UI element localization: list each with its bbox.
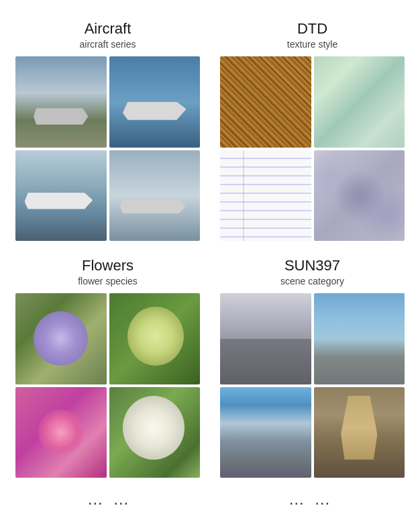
aircraft-title: Aircraft [85, 20, 132, 38]
sun-image-2 [314, 293, 405, 384]
flower-image-2 [109, 293, 201, 384]
flowers-subtitle: flower species [78, 276, 138, 286]
sun397-title: SUN397 [284, 257, 340, 274]
aircraft-dots: … … [9, 490, 210, 509]
dtd-subtitle: texture style [287, 39, 337, 50]
sun-image-3 [220, 387, 311, 478]
sun397-image-grid [220, 293, 405, 478]
dtd-image-4 [314, 150, 405, 242]
flower-image-3 [15, 387, 107, 478]
flower-image-1 [15, 293, 107, 384]
flower-image-4 [109, 387, 201, 478]
sun-image-1 [220, 293, 311, 384]
dtd-card: DTD texture style [213, 13, 411, 244]
aircraft-image-1 [15, 56, 107, 148]
sun-image-4 [314, 387, 405, 478]
bottom-dots-row: … … … … [9, 490, 411, 509]
flowers-card: Flowers flower species [9, 250, 207, 480]
sun397-subtitle: scene category [280, 276, 344, 286]
sun397-dots: … … [210, 490, 411, 509]
dtd-image-3 [220, 150, 311, 242]
dtd-title: DTD [297, 20, 327, 38]
dtd-image-grid [220, 56, 405, 241]
flowers-image-grid [15, 293, 200, 478]
aircraft-subtitle: aircraft series [79, 39, 136, 50]
dtd-image-2 [314, 56, 405, 148]
dtd-image-1 [220, 56, 311, 148]
dataset-grid: Aircraft aircraft series DTD texture sty… [9, 13, 411, 480]
aircraft-image-4 [109, 150, 201, 242]
aircraft-image-grid [15, 56, 200, 241]
flowers-title: Flowers [82, 257, 134, 274]
aircraft-image-3 [15, 150, 107, 242]
sun397-card: SUN397 scene category [213, 250, 411, 480]
aircraft-card: Aircraft aircraft series [9, 13, 207, 244]
aircraft-image-2 [109, 56, 201, 148]
